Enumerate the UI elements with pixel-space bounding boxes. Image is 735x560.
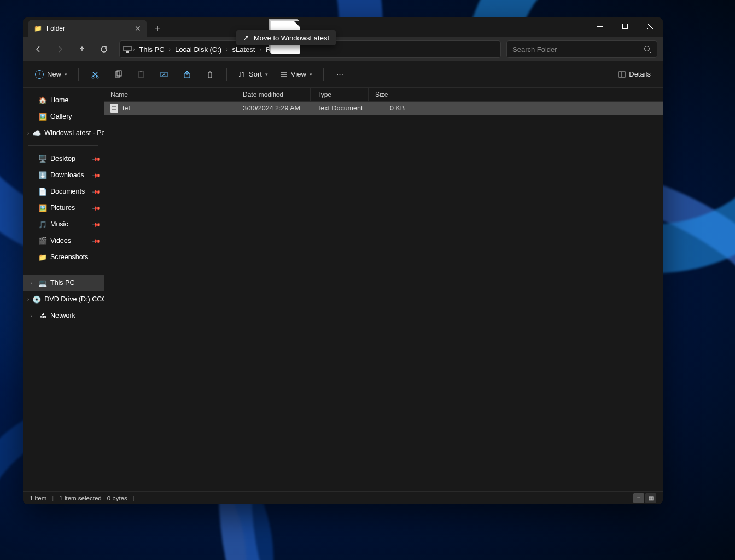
- more-button[interactable]: ⋯: [330, 66, 350, 83]
- separator: [78, 68, 79, 81]
- sidebar-item-label: Gallery: [50, 113, 72, 120]
- sidebar-item-icon: 📁: [38, 253, 47, 261]
- file-explorer-window: 📁 Folder ✕ + › This PC › Local Disk (C:)…: [23, 18, 663, 504]
- sidebar-item-label: DVD Drive (D:) CCC: [44, 295, 104, 303]
- details-label: Details: [629, 70, 651, 78]
- pin-icon: 📌: [92, 154, 101, 163]
- new-tab-button[interactable]: +: [147, 20, 168, 37]
- expand-chevron-icon[interactable]: ›: [27, 130, 29, 136]
- chevron-down-icon: ▾: [65, 72, 67, 77]
- status-selected: 1 item selected: [59, 495, 101, 501]
- view-icon: [280, 71, 288, 78]
- svg-rect-2: [124, 46, 131, 51]
- sort-label: Sort: [249, 70, 262, 78]
- close-tab-button[interactable]: ✕: [135, 24, 141, 33]
- sidebar-item-label: Documents: [50, 188, 85, 195]
- tab-title: Folder: [46, 25, 65, 32]
- minimize-button[interactable]: [587, 18, 612, 35]
- close-window-button[interactable]: [638, 18, 663, 35]
- column-header-type[interactable]: Type: [311, 88, 369, 101]
- chevron-right-icon: ›: [225, 46, 229, 52]
- sidebar-item-icon: 🖼️: [38, 203, 47, 212]
- chevron-down-icon: ▾: [265, 72, 268, 77]
- delete-button[interactable]: [200, 66, 220, 83]
- view-button[interactable]: View ▾: [276, 66, 317, 83]
- folder-icon: 📁: [34, 25, 42, 32]
- paste-button[interactable]: [131, 66, 151, 83]
- status-item-count: 1 item: [30, 495, 46, 501]
- sidebar-item[interactable]: 📁Screenshots: [23, 249, 104, 265]
- sidebar-item-icon: ⬇️: [38, 171, 47, 179]
- breadcrumb-segment[interactable]: This PC: [136, 45, 167, 54]
- cut-button[interactable]: [85, 66, 105, 83]
- refresh-button[interactable]: [94, 40, 114, 58]
- sidebar-item[interactable]: 📄Documents📌: [23, 183, 104, 200]
- window-tab[interactable]: 📁 Folder ✕: [28, 20, 147, 37]
- search-input[interactable]: Search Folder: [506, 40, 657, 58]
- rename-button[interactable]: A: [154, 66, 174, 83]
- forward-button[interactable]: [50, 40, 70, 58]
- view-mode-toggles: ≡ ▦: [633, 493, 656, 503]
- new-label: New: [47, 70, 61, 78]
- status-bytes: 0 bytes: [107, 495, 127, 501]
- text-file-icon: [110, 104, 118, 113]
- svg-rect-3: [126, 51, 129, 52]
- back-button[interactable]: [28, 40, 48, 58]
- sidebar-item-label: Desktop: [50, 155, 75, 162]
- window-controls: [587, 18, 663, 35]
- view-label: View: [291, 70, 306, 78]
- expand-chevron-icon[interactable]: ›: [27, 313, 35, 319]
- sidebar-divider: [28, 270, 98, 270]
- column-header-size[interactable]: Size: [369, 88, 410, 101]
- sidebar-item[interactable]: ⬇️Downloads📌: [23, 167, 104, 183]
- details-view-toggle[interactable]: ≡: [633, 493, 644, 503]
- svg-text:A: A: [162, 72, 166, 77]
- sidebar-item-label: Screenshots: [50, 253, 88, 261]
- file-row[interactable]: tet 3/30/2024 2:29 AM Text Document 0 KB: [104, 102, 663, 115]
- breadcrumb-segment[interactable]: sLatest: [229, 45, 259, 54]
- icons-view-toggle[interactable]: ▦: [645, 493, 656, 503]
- sidebar-item-icon: 💿: [32, 295, 41, 304]
- sidebar-item[interactable]: 🎵Music📌: [23, 216, 104, 232]
- sidebar-item-icon: 🖼️: [38, 112, 47, 121]
- file-name: tet: [122, 104, 130, 112]
- sidebar-item[interactable]: ›💿DVD Drive (D:) CCC: [23, 291, 104, 307]
- sidebar-item[interactable]: 🖼️Pictures📌: [23, 200, 104, 216]
- sidebar-item-icon: ☁️: [32, 129, 41, 137]
- pin-icon: 📌: [92, 171, 101, 179]
- column-header-name[interactable]: ˄Name: [104, 88, 236, 101]
- breadcrumb-segment[interactable]: Local Disk (C:): [172, 45, 225, 54]
- pin-icon: 📌: [92, 203, 101, 212]
- sidebar-item[interactable]: 🖥️Desktop📌: [23, 150, 104, 167]
- sidebar-item[interactable]: 🖼️Gallery: [23, 108, 104, 125]
- new-button[interactable]: + New ▾: [31, 66, 72, 83]
- chevron-right-icon: ›: [168, 46, 172, 52]
- pin-icon: 📌: [92, 220, 101, 229]
- sort-button[interactable]: Sort ▾: [234, 66, 272, 83]
- pin-icon: 📌: [92, 187, 101, 196]
- drag-tooltip: ↗ Move to WindowsLatest: [236, 30, 336, 45]
- chevron-down-icon: ▾: [310, 72, 312, 77]
- separator: [226, 68, 227, 81]
- expand-chevron-icon[interactable]: ›: [27, 296, 29, 302]
- file-list-area: ˄Name Date modified Type Size tet 3/30/2…: [104, 88, 663, 491]
- expand-chevron-icon[interactable]: ›: [27, 280, 35, 286]
- sidebar-item[interactable]: 🎬Videos📌: [23, 232, 104, 249]
- separator: |: [52, 495, 54, 501]
- maximize-button[interactable]: [612, 18, 638, 35]
- sort-indicator-icon: ˄: [169, 88, 171, 91]
- share-button[interactable]: [177, 66, 197, 83]
- sidebar-item-label: This PC: [50, 279, 74, 287]
- column-header-date[interactable]: Date modified: [236, 88, 311, 101]
- sidebar-item[interactable]: ›🖧Network: [23, 307, 104, 324]
- search-icon: [644, 45, 651, 53]
- sidebar-item[interactable]: ›💻This PC: [23, 275, 104, 291]
- sidebar-item[interactable]: 🏠Home: [23, 92, 104, 108]
- copy-button[interactable]: [108, 66, 128, 83]
- toolbar: + New ▾ A Sort ▾ View ▾ ⋯ Details: [23, 61, 663, 88]
- up-button[interactable]: [72, 40, 92, 58]
- sidebar-item-label: WindowsLatest - Pe: [44, 129, 104, 137]
- details-button[interactable]: Details: [614, 66, 655, 83]
- sidebar-item[interactable]: ›☁️WindowsLatest - Pe: [23, 125, 104, 141]
- navigation-sidebar: 🏠Home🖼️Gallery›☁️WindowsLatest - Pe 🖥️De…: [23, 88, 104, 491]
